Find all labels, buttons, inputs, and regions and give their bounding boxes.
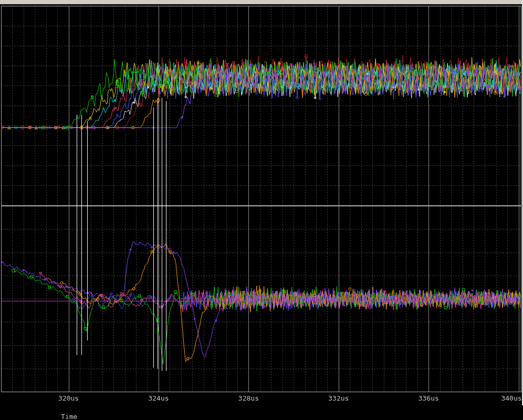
x-tick-label: 340us	[501, 394, 521, 403]
waveform-viewer: 320us324us328us332us336us340us Time	[0, 0, 523, 420]
x-tick-label: 336us	[419, 394, 439, 403]
waveform-plot-canvas[interactable]	[0, 0, 523, 420]
x-tick-label: 324us	[148, 394, 169, 403]
x-axis-tick-row: 320us324us328us332us336us340us	[0, 394, 523, 404]
x-axis-title: Time	[61, 413, 77, 420]
x-tick-label: 328us	[238, 394, 259, 403]
x-tick-label: 332us	[328, 394, 349, 403]
window-top-edge	[0, 0, 523, 5]
x-tick-label: 320us	[58, 394, 79, 403]
